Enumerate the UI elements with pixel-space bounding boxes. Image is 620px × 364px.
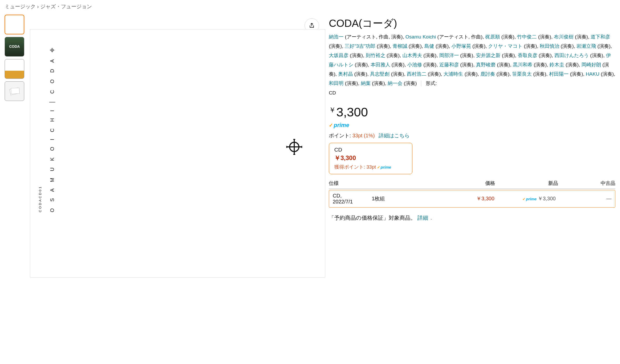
breadcrumb-category-jazz[interactable]: ジャズ・フュージョン xyxy=(40,4,92,9)
contributor-role: (演奏) xyxy=(390,62,405,67)
contributor-link[interactable]: 小野塚晃 xyxy=(451,43,471,49)
contributor-role: (演奏) xyxy=(422,62,436,67)
spec-header-price: 価格 xyxy=(432,180,495,187)
contributor-role: (演奏) xyxy=(532,62,547,67)
breadcrumb-sep: › xyxy=(37,4,39,9)
product-title: CODA(コーダ) xyxy=(329,17,615,30)
spec-row-price: ￥3,300 xyxy=(433,195,495,202)
contributor-link[interactable]: 鈴木圭 xyxy=(550,62,564,67)
contributor-role: (アーティスト, 作曲) xyxy=(436,34,483,39)
cd-placeholder-icon xyxy=(8,86,21,96)
points-detail-link[interactable]: 詳細はこちら xyxy=(379,133,410,138)
prime-text: prime xyxy=(334,122,349,129)
contributors: 納浩一 (アーティスト, 作曲, 演奏), Osamu Koichi (アーティ… xyxy=(329,32,615,98)
format-separator: │ xyxy=(420,81,423,86)
spec-row[interactable]: CD, 2022/7/1 1枚組 ￥3,300 ✓prime ￥3,300 — xyxy=(329,190,615,208)
contributor-link[interactable]: 真野峻磨 xyxy=(476,62,496,67)
preorder-detail-link[interactable]: 詳細 ⌄ xyxy=(417,215,433,221)
contributor-link[interactable]: クリヤ・マコト xyxy=(488,43,522,49)
contributor-link[interactable]: 安井源之新 xyxy=(476,53,500,58)
contributor-role: (演奏) xyxy=(459,62,473,67)
thumbnail-1[interactable] xyxy=(5,15,24,34)
contributor-role: (演奏) xyxy=(559,43,574,49)
main-product-image[interactable]: O S A M U K O I C H I │ C O D A CODACD01 xyxy=(30,29,325,278)
spine-artist: O S A M U K O I C H I xyxy=(49,108,55,212)
spine-title: C O D A xyxy=(49,57,55,94)
spec-row-used: — xyxy=(556,196,611,202)
contributor-link[interactable]: Osamu Koichi xyxy=(406,34,436,39)
contributor-link[interactable]: 笹栗良太 xyxy=(512,71,532,77)
breadcrumb-category-music[interactable]: ミュージック xyxy=(5,4,36,9)
preorder-text: 「予約商品の価格保証」対象商品。 xyxy=(329,215,416,221)
contributor-role: (演奏) xyxy=(569,71,583,77)
coda-symbol-small-icon xyxy=(50,48,55,53)
contributor-role: (演奏) xyxy=(574,34,588,39)
price-value: 3,300 xyxy=(336,105,368,119)
contributor-link[interactable]: 鹿討奏 xyxy=(480,71,495,77)
contributor-link[interactable]: 道下和彦 xyxy=(591,34,610,39)
contributor-role: (演奏) xyxy=(471,43,486,49)
spec-header-spec: 仕様 xyxy=(329,180,432,187)
contributor-link[interactable]: 納葉 xyxy=(361,81,371,86)
contributor-link[interactable]: 奥村晶 xyxy=(338,71,353,77)
contributor-link[interactable]: 具志堅創 xyxy=(370,71,390,77)
contributor-link[interactable]: 岡部洋一 xyxy=(439,53,459,58)
contributor-role: (演奏) xyxy=(426,71,441,77)
contributor-role: (演奏) xyxy=(589,53,603,58)
contributor-link[interactable]: 村田陽一 xyxy=(549,71,569,77)
contributor-role: (演奏) xyxy=(344,81,358,86)
contributor-role: (演奏) xyxy=(596,43,610,49)
thumbnail-3[interactable] xyxy=(5,59,24,79)
contributor-link[interactable]: 竹中俊二 xyxy=(517,34,537,39)
spec-header-used: 中古品 xyxy=(558,180,615,187)
contributor-link[interactable]: 本田雅人 xyxy=(371,62,390,67)
contributor-link[interactable]: 香取良彦 xyxy=(518,53,537,58)
album-spine: O S A M U K O I C H I │ C O D A CODACD01 xyxy=(37,48,55,212)
contributor-link[interactable]: HAKU xyxy=(586,71,599,77)
contributor-link[interactable]: 西田けんたろう xyxy=(554,53,589,58)
prime-badge: ✓prime xyxy=(329,122,349,129)
contributor-link[interactable]: 黒川和希 xyxy=(513,62,532,67)
format-card-earn: 獲得ポイント: 33pt xyxy=(334,164,376,170)
contributor-link[interactable]: 岩瀬立飛 xyxy=(576,43,596,49)
contributor-link[interactable]: 納浩一 xyxy=(329,34,344,39)
contributor-role: (演奏) xyxy=(371,81,385,86)
format-card[interactable]: CD ￥3,300 獲得ポイント: 33pt ✓prime xyxy=(329,143,412,174)
contributor-link[interactable]: 三好"3吉"功郎 xyxy=(345,43,375,49)
contributor-link[interactable]: 大坂昌彦 xyxy=(329,53,348,58)
contributor-link[interactable]: 梶原順 xyxy=(485,34,500,39)
contributor-link[interactable]: 青柳誠 xyxy=(393,43,407,49)
thumbnail-2[interactable]: CODA xyxy=(5,37,24,57)
svg-rect-1 xyxy=(11,88,19,94)
share-icon xyxy=(309,22,315,29)
contributor-role: (演奏) xyxy=(564,62,579,67)
contributor-link[interactable]: 秋田慎治 xyxy=(540,43,559,49)
contributor-link[interactable]: 布川俊樹 xyxy=(554,34,574,39)
contributor-link[interactable]: 近藤和彦 xyxy=(439,62,459,67)
thumbnail-list: CODA xyxy=(5,15,26,278)
spec-row-discs: 1枚組 xyxy=(372,195,433,202)
spec-table: 仕様 価格 新品 中古品 CD, 2022/7/1 1枚組 ￥3,300 xyxy=(329,180,615,208)
contributor-link[interactable]: 小池修 xyxy=(407,62,422,67)
contributor-role: (演奏) xyxy=(537,53,552,58)
contributor-link[interactable]: 島健 xyxy=(424,43,434,49)
contributor-link[interactable]: 岡崎好朗 xyxy=(582,62,601,67)
prime-check-icon: ✓ xyxy=(329,122,333,128)
chevron-down-icon: ⌄ xyxy=(430,216,433,220)
contributor-link[interactable]: 則竹裕之 xyxy=(366,53,385,58)
points-row: ポイント: 33pt (1%) 詳細はこちら xyxy=(329,132,615,139)
spec-row-format: CD, xyxy=(333,193,372,199)
contributor-link[interactable]: 大浦時生 xyxy=(443,71,463,77)
contributor-role: (演奏) xyxy=(375,43,390,49)
contributor-role: (演奏) xyxy=(496,62,510,67)
spec-header-new: 新品 xyxy=(495,180,558,187)
contributor-role: (アーティスト, 作曲, 演奏) xyxy=(344,34,403,39)
contributor-link[interactable]: 山木秀夫 xyxy=(402,53,422,58)
contributor-link[interactable]: 西村浩二 xyxy=(407,71,426,77)
contributor-link[interactable]: 和田明 xyxy=(329,81,344,86)
thumbnail-4[interactable] xyxy=(5,81,24,101)
contributor-role: (演奏) xyxy=(385,53,400,58)
contributor-link[interactable]: 納一会 xyxy=(388,81,402,86)
points-value: 33pt (1%) xyxy=(352,133,375,138)
contributor-role: (演奏) xyxy=(495,71,510,77)
